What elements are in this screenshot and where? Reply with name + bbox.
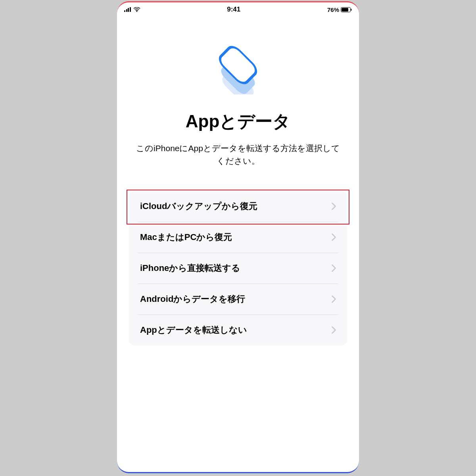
- svg-rect-1: [342, 8, 348, 12]
- chevron-right-icon: [332, 326, 336, 334]
- main-content: Appとデータ このiPhoneにAppとデータを転送する方法を選択してください…: [117, 15, 359, 472]
- option-label: Appとデータを転送しない: [140, 324, 247, 336]
- phone-frame: 9:41 76% Appとデータ このiPhoneにAppとデータ: [117, 1, 359, 473]
- chevron-right-icon: [332, 203, 336, 210]
- page-subtitle: このiPhoneにAppとデータを転送する方法を選択してください。: [129, 142, 347, 167]
- option-label: MacまたはPCから復元: [140, 231, 232, 243]
- cellular-signal-icon: [124, 7, 131, 12]
- option-move-android[interactable]: Androidからデータを移行: [129, 284, 347, 315]
- chevron-right-icon: [332, 234, 336, 241]
- status-bar: 9:41 76%: [117, 2, 359, 15]
- chevron-right-icon: [332, 265, 336, 272]
- option-restore-mac-pc[interactable]: MacまたはPCから復元: [129, 222, 347, 253]
- chevron-right-icon: [332, 296, 336, 303]
- options-list: iCloudバックアップから復元 MacまたはPCから復元 iPhoneから直接…: [129, 191, 347, 345]
- app-data-icon: [214, 43, 262, 96]
- svg-rect-2: [351, 9, 352, 11]
- option-label: iCloudバックアップから復元: [140, 200, 257, 212]
- option-label: iPhoneから直接転送する: [140, 262, 240, 274]
- option-restore-icloud[interactable]: iCloudバックアップから復元: [129, 191, 347, 222]
- page-title: Appとデータ: [186, 110, 291, 133]
- option-label: Androidからデータを移行: [140, 293, 245, 305]
- battery-icon: [341, 7, 352, 12]
- wifi-icon: [133, 7, 140, 12]
- option-dont-transfer[interactable]: Appとデータを転送しない: [129, 315, 347, 345]
- option-transfer-iphone[interactable]: iPhoneから直接転送する: [129, 253, 347, 284]
- status-time: 9:41: [140, 6, 327, 13]
- battery-percent: 76%: [327, 6, 339, 13]
